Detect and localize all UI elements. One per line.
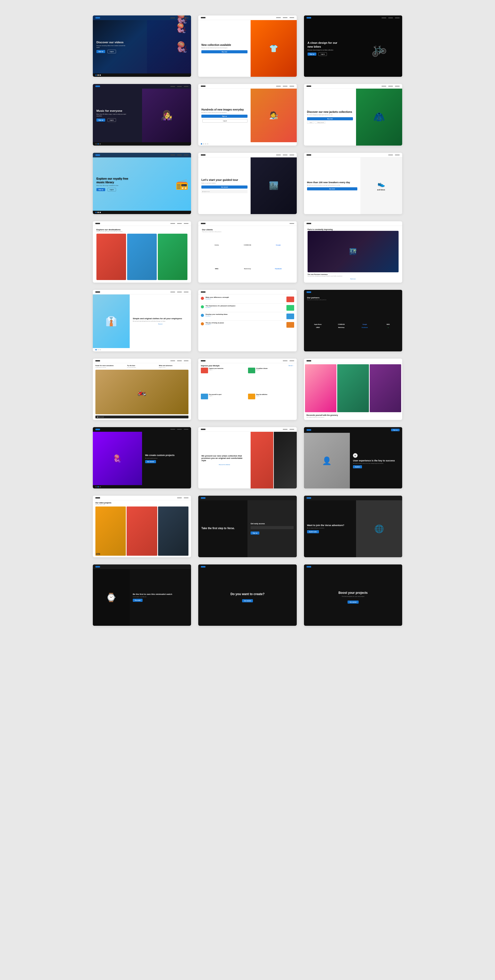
partner-mailchimp: Mailchimp (330, 327, 352, 328)
card-title: Simple and original clothes for all your… (133, 317, 188, 320)
col-sub-2: For each adventure (127, 367, 157, 368)
dest-img-1 (96, 234, 126, 280)
partner-nike: NIKE (377, 324, 399, 325)
signup-button[interactable]: Sign up (308, 52, 316, 56)
hero-sub: More than 30k songs available for free (96, 185, 127, 186)
client-logo-coinbase: COINBASE (233, 234, 262, 256)
login-button[interactable]: Log in (107, 118, 116, 122)
card-right-image: 🏙️ (251, 158, 297, 214)
card-left-content: More than 100 new Sneakers every day We … (304, 158, 361, 214)
video-cell-1: Watch (96, 506, 126, 555)
get-started-button[interactable]: Get started (348, 601, 358, 604)
login-button[interactable]: Log in (318, 52, 327, 56)
blog-avatar-2 (201, 305, 204, 309)
buy-button[interactable]: Buy now (201, 50, 248, 53)
client-logo-facebook: Facebook (263, 258, 293, 280)
discover-button[interactable]: Discover the collection (201, 463, 248, 466)
project-text: We create custom projects We build beaut… (142, 432, 191, 485)
video-cell-2 (126, 506, 157, 555)
card-hero: Discover our videos Discover amazing vid… (93, 20, 191, 73)
section-title: Paris is constantly improving (308, 229, 399, 230)
urban-img-1 (251, 432, 273, 488)
login-button[interactable]: Log in (203, 119, 248, 123)
ux-text: ▶ User experience is the key to success … (350, 433, 402, 488)
signup-button[interactable]: Sign up (96, 188, 105, 191)
preorder-button[interactable]: Pre-order (133, 599, 143, 602)
hero-sub: Explore our premium templates (201, 182, 248, 184)
nav-logo (96, 291, 100, 293)
two-col-layout: Hundreds of new images everyday Beautifu… (198, 89, 297, 142)
hero-title: New collection available (201, 43, 248, 46)
hero-sub: More than 90 million songs. Listen to wh… (96, 113, 127, 117)
hero-sub: Discover amazing videos from creators ar… (96, 45, 127, 48)
discover-button[interactable]: Discover (133, 323, 188, 325)
lifestyle-img-1 (201, 368, 208, 373)
two-col-layout: Want to join the Verse adventure? We are… (304, 500, 402, 557)
urban-title: We present our new urban collection that… (201, 455, 248, 462)
signup-button[interactable]: Sign up (96, 119, 105, 122)
card-partners: Our partners They trust us to build thei… (304, 290, 402, 351)
blog-link-2[interactable]: Read More → (206, 307, 235, 308)
get-started-button[interactable]: Get started (242, 599, 253, 602)
email-input-mock[interactable] (251, 526, 294, 529)
signup-button[interactable]: Sign up (251, 531, 259, 535)
two-col-layout: New collection available Discover our ne… (198, 20, 297, 77)
lifestyle-text-1: Capture your memories Explore → (209, 368, 223, 392)
verse-title: Take the first step to Verse. (201, 527, 244, 530)
card-left-content: Hundreds of new images everyday Beautifu… (198, 89, 251, 142)
buy-button[interactable]: Buy now (307, 117, 353, 120)
greenery-img-3 (370, 364, 401, 412)
blog-link-4[interactable]: Read More → (206, 324, 224, 325)
partners-title: Our partners (307, 296, 399, 299)
see-more-button[interactable]: See more (307, 187, 357, 190)
blog-title-1: Make your difference a strength (206, 296, 229, 298)
verse-left: Take the first step to Verse. (198, 500, 248, 557)
nav-logo (307, 86, 311, 87)
explore-jobs-button[interactable]: Explore jobs (307, 530, 319, 533)
nav-cta[interactable]: Sign up (391, 429, 399, 431)
hero-title: A clean design for our new bikes (308, 41, 344, 48)
blog-link-1[interactable]: Read More → (206, 298, 229, 300)
login-button[interactable]: Log in (107, 188, 116, 191)
get-started-button[interactable]: Get started (145, 460, 156, 463)
lifestyle-text-4: Stop the addiction Explore → (256, 394, 267, 418)
get-started-button[interactable]: Get started (201, 186, 248, 189)
lifestyle-title-2: A healthier climate (256, 368, 267, 369)
blog-text-1: Make your difference a strength Read Mor… (206, 296, 229, 300)
card-verse-step: Take the first step to Verse. Get early … (198, 496, 297, 557)
lifestyle-text-2: A healthier climate Explore → (256, 368, 267, 392)
card-left-image: 👔 (93, 294, 130, 348)
nav-logo (201, 154, 206, 156)
watch-text: Be the first to own this minimalist watc… (130, 569, 191, 626)
card-right-image: 👕 (251, 20, 297, 77)
explore-button[interactable]: Explore (353, 465, 362, 468)
read-more-button[interactable]: Read more (308, 278, 399, 280)
greenery-title: Reconcile yourself with the greenery (307, 414, 399, 416)
login-button[interactable]: Log in (107, 50, 116, 53)
greenery-sub: Get outside and discover new horizons (307, 417, 399, 418)
video-cell-3 (158, 506, 188, 555)
card-content: Explore our destinations We got more tha… (93, 226, 191, 283)
blog-text-2: The importance of a pleasant workspace R… (206, 305, 235, 308)
signup-button[interactable]: Sign up (96, 50, 105, 53)
card-jackets: Discover our new jackets collections We … (304, 84, 402, 145)
card-grid: Discover our videos Discover amazing vid… (93, 16, 402, 626)
lifestyle-link[interactable]: See all → (289, 365, 294, 366)
card-ux: Sign up 👤 ▶ User experience is the key t… (304, 427, 402, 488)
signup-button[interactable]: Sign up (201, 115, 248, 118)
nav-logo (201, 86, 206, 87)
card-video-projects: Our video projects Discover all our work… (93, 496, 191, 557)
nav-logo (96, 429, 100, 430)
blog-link-3[interactable]: Read More → (206, 315, 227, 317)
nav-logo (96, 17, 100, 19)
adventure-text: Want to join the Verse adventure? We are… (304, 500, 356, 557)
pagination-dots (93, 211, 191, 214)
card-sub: We work with only clothing that we love … (133, 320, 188, 322)
ux-play-icon[interactable]: ▶ (353, 453, 358, 458)
hero-content: Explore our royalty free music library M… (93, 173, 136, 195)
col-title-1: Faster for more sensations (96, 365, 125, 366)
badge-text: ⏱️ New record (97, 416, 104, 418)
nav-logo (96, 86, 100, 87)
card-faster: Faster for more sensations Try the best … (93, 359, 191, 420)
blog-text-4: The joy of living at peace Read More → (206, 322, 224, 325)
